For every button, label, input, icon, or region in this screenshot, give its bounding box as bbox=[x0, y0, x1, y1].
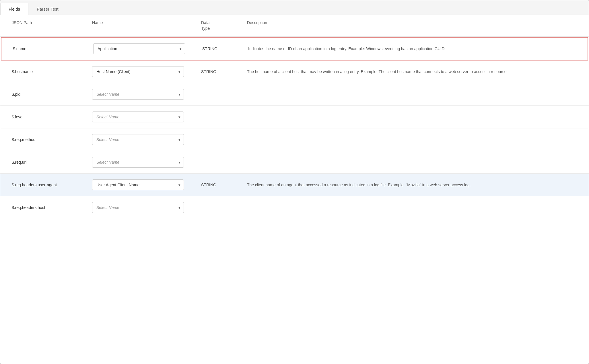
name-cell: Select Name bbox=[92, 89, 201, 100]
name-cell: Select Name bbox=[92, 202, 201, 213]
description-cell: The client name of an agent that accesse… bbox=[247, 182, 577, 188]
table-row: $.nameApplicationSTRINGIndicates the nam… bbox=[1, 37, 588, 60]
description-value: The client name of an agent that accesse… bbox=[247, 183, 471, 187]
tab-fields[interactable]: Fields bbox=[0, 3, 28, 15]
json-path-value: $.pid bbox=[12, 92, 20, 97]
col-header-json-path: JSON Path bbox=[12, 20, 92, 31]
name-select-dropdown[interactable]: Host Name (Client) bbox=[92, 66, 184, 77]
json-path-value: $.req.url bbox=[12, 160, 26, 165]
name-select-dropdown[interactable]: Select Name bbox=[92, 134, 184, 145]
name-select-dropdown[interactable]: Application bbox=[93, 43, 185, 54]
json-path-value: $.req.method bbox=[12, 137, 36, 142]
col-header-description: Description bbox=[247, 20, 577, 31]
table-row: $.req.headers.user-agentUser Agent Clien… bbox=[0, 174, 589, 196]
table-body: $.nameApplicationSTRINGIndicates the nam… bbox=[0, 37, 589, 219]
name-select-dropdown[interactable]: Select Name bbox=[92, 89, 184, 100]
json-path-cell: $.req.headers.host bbox=[12, 205, 92, 210]
name-cell: Application bbox=[93, 43, 202, 54]
name-select-dropdown[interactable]: Select Name bbox=[92, 157, 184, 168]
table-row: $.pidSelect Name bbox=[0, 83, 589, 106]
name-select-wrapper: Select Name bbox=[92, 157, 184, 168]
table-row: $.req.headers.hostSelect Name bbox=[0, 196, 589, 219]
tab-parser-test[interactable]: Parser Test bbox=[28, 3, 67, 15]
name-select-wrapper: Select Name bbox=[92, 89, 184, 100]
table-row: $.hostnameHost Name (Client)STRINGThe ho… bbox=[0, 60, 589, 83]
col-header-name: Name bbox=[92, 20, 201, 31]
json-path-value: $.req.headers.user-agent bbox=[12, 183, 57, 187]
json-path-value: $.level bbox=[12, 115, 23, 119]
json-path-value: $.req.headers.host bbox=[12, 205, 45, 210]
name-select-wrapper: Select Name bbox=[92, 134, 184, 145]
json-path-value: $.name bbox=[13, 46, 26, 51]
data-type-cell: STRING bbox=[201, 69, 247, 74]
name-cell: Host Name (Client) bbox=[92, 66, 201, 77]
name-select-dropdown[interactable]: Select Name bbox=[92, 111, 184, 122]
description-cell: The hostname of a client host that may b… bbox=[247, 69, 577, 75]
json-path-cell: $.req.headers.user-agent bbox=[12, 183, 92, 187]
name-cell: Select Name bbox=[92, 157, 201, 168]
json-path-cell: $.req.url bbox=[12, 160, 92, 165]
json-path-cell: $.level bbox=[12, 115, 92, 119]
table-row: $.req.methodSelect Name bbox=[0, 128, 589, 151]
name-cell: Select Name bbox=[92, 134, 201, 145]
json-path-cell: $.name bbox=[13, 46, 93, 51]
description-cell: Indicates the name or ID of an applicati… bbox=[248, 46, 576, 52]
data-type-cell: STRING bbox=[201, 183, 247, 187]
name-select-wrapper: Host Name (Client) bbox=[92, 66, 184, 77]
description-value: Indicates the name or ID of an applicati… bbox=[248, 46, 446, 51]
data-type-cell: STRING bbox=[202, 46, 248, 51]
col-header-data-type: DataType bbox=[201, 20, 247, 31]
json-path-value: $.hostname bbox=[12, 69, 33, 74]
json-path-cell: $.req.method bbox=[12, 137, 92, 142]
table-row: $.req.urlSelect Name bbox=[0, 151, 589, 174]
data-type-value: STRING bbox=[202, 46, 217, 51]
tabs-header: Fields Parser Test bbox=[0, 0, 589, 15]
name-select-dropdown[interactable]: User Agent Client Name bbox=[92, 179, 184, 190]
page-container: Fields Parser Test JSON Path Name DataTy… bbox=[0, 0, 589, 364]
data-type-value: STRING bbox=[201, 69, 216, 74]
json-path-cell: $.hostname bbox=[12, 69, 92, 74]
name-select-dropdown[interactable]: Select Name bbox=[92, 202, 184, 213]
name-select-wrapper: Select Name bbox=[92, 111, 184, 122]
table-container: JSON Path Name DataType Description $.na… bbox=[0, 15, 589, 219]
name-select-wrapper: User Agent Client Name bbox=[92, 179, 184, 190]
table-header: JSON Path Name DataType Description bbox=[0, 15, 589, 37]
name-cell: Select Name bbox=[92, 111, 201, 122]
name-select-wrapper: Application bbox=[93, 43, 185, 54]
name-select-wrapper: Select Name bbox=[92, 202, 184, 213]
table-row: $.levelSelect Name bbox=[0, 106, 589, 128]
data-type-value: STRING bbox=[201, 183, 216, 187]
description-value: The hostname of a client host that may b… bbox=[247, 69, 508, 74]
json-path-cell: $.pid bbox=[12, 92, 92, 97]
name-cell: User Agent Client Name bbox=[92, 179, 201, 190]
